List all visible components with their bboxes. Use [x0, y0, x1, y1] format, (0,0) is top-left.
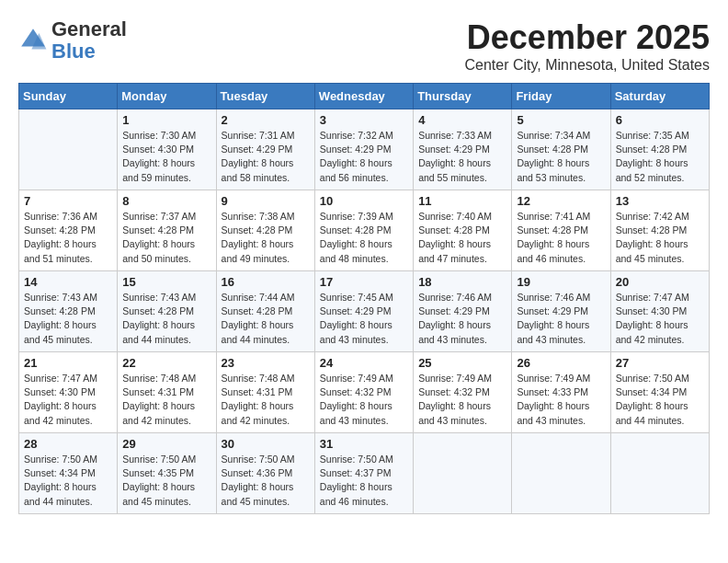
- day-info: Sunrise: 7:45 AMSunset: 4:29 PMDaylight:…: [320, 291, 408, 347]
- day-cell-30: 30Sunrise: 7:50 AMSunset: 4:36 PMDayligh…: [216, 433, 314, 514]
- day-cell-12: 12Sunrise: 7:41 AMSunset: 4:28 PMDayligh…: [512, 190, 610, 271]
- day-number: 7: [24, 194, 112, 208]
- day-cell-5: 5Sunrise: 7:34 AMSunset: 4:28 PMDaylight…: [512, 109, 610, 190]
- day-cell-2: 2Sunrise: 7:31 AMSunset: 4:29 PMDaylight…: [216, 109, 314, 190]
- empty-cell: [610, 433, 709, 514]
- weekday-header-monday: Monday: [118, 84, 216, 109]
- day-number: 25: [418, 356, 506, 370]
- day-cell-22: 22Sunrise: 7:48 AMSunset: 4:31 PMDayligh…: [118, 352, 216, 433]
- weekday-header-wednesday: Wednesday: [314, 84, 413, 109]
- day-number: 22: [122, 356, 210, 370]
- day-number: 13: [616, 194, 704, 208]
- day-number: 30: [222, 437, 310, 451]
- day-number: 11: [418, 194, 506, 208]
- day-info: Sunrise: 7:50 AMSunset: 4:34 PMDaylight:…: [616, 372, 704, 428]
- day-info: Sunrise: 7:47 AMSunset: 4:30 PMDaylight:…: [616, 291, 704, 347]
- calendar-table: SundayMondayTuesdayWednesdayThursdayFrid…: [18, 83, 710, 514]
- day-info: Sunrise: 7:42 AMSunset: 4:28 PMDaylight:…: [616, 210, 704, 266]
- day-cell-31: 31Sunrise: 7:50 AMSunset: 4:37 PMDayligh…: [314, 433, 413, 514]
- week-row-3: 14Sunrise: 7:43 AMSunset: 4:28 PMDayligh…: [19, 271, 710, 352]
- day-info: Sunrise: 7:44 AMSunset: 4:28 PMDaylight:…: [222, 291, 310, 347]
- week-row-2: 7Sunrise: 7:36 AMSunset: 4:28 PMDaylight…: [19, 190, 710, 271]
- day-number: 14: [24, 275, 112, 289]
- day-info: Sunrise: 7:35 AMSunset: 4:28 PMDaylight:…: [616, 129, 704, 185]
- day-number: 21: [24, 356, 112, 370]
- day-cell-14: 14Sunrise: 7:43 AMSunset: 4:28 PMDayligh…: [19, 271, 118, 352]
- day-info: Sunrise: 7:50 AMSunset: 4:35 PMDaylight:…: [122, 453, 210, 509]
- day-number: 18: [418, 275, 506, 289]
- day-cell-28: 28Sunrise: 7:50 AMSunset: 4:34 PMDayligh…: [19, 433, 118, 514]
- day-number: 8: [122, 194, 210, 208]
- day-info: Sunrise: 7:30 AMSunset: 4:30 PMDaylight:…: [122, 129, 210, 185]
- day-info: Sunrise: 7:48 AMSunset: 4:31 PMDaylight:…: [122, 372, 210, 428]
- day-info: Sunrise: 7:50 AMSunset: 4:36 PMDaylight:…: [222, 453, 310, 509]
- day-number: 4: [418, 113, 506, 127]
- day-cell-3: 3Sunrise: 7:32 AMSunset: 4:29 PMDaylight…: [314, 109, 413, 190]
- week-row-4: 21Sunrise: 7:47 AMSunset: 4:30 PMDayligh…: [19, 352, 710, 433]
- day-cell-17: 17Sunrise: 7:45 AMSunset: 4:29 PMDayligh…: [314, 271, 413, 352]
- day-info: Sunrise: 7:48 AMSunset: 4:31 PMDaylight:…: [222, 372, 310, 428]
- day-number: 2: [222, 113, 310, 127]
- day-number: 26: [517, 356, 605, 370]
- day-number: 6: [616, 113, 704, 127]
- day-cell-11: 11Sunrise: 7:40 AMSunset: 4:28 PMDayligh…: [414, 190, 512, 271]
- day-cell-23: 23Sunrise: 7:48 AMSunset: 4:31 PMDayligh…: [216, 352, 314, 433]
- day-info: Sunrise: 7:50 AMSunset: 4:37 PMDaylight:…: [320, 453, 408, 509]
- logo-icon: [18, 26, 48, 55]
- day-cell-15: 15Sunrise: 7:43 AMSunset: 4:28 PMDayligh…: [118, 271, 216, 352]
- day-number: 3: [320, 113, 408, 127]
- title-block: December 2025 Center City, Minnesota, Un…: [465, 18, 711, 74]
- day-cell-25: 25Sunrise: 7:49 AMSunset: 4:32 PMDayligh…: [414, 352, 512, 433]
- day-cell-20: 20Sunrise: 7:47 AMSunset: 4:30 PMDayligh…: [610, 271, 709, 352]
- day-cell-13: 13Sunrise: 7:42 AMSunset: 4:28 PMDayligh…: [610, 190, 709, 271]
- day-info: Sunrise: 7:49 AMSunset: 4:32 PMDaylight:…: [320, 372, 408, 428]
- day-info: Sunrise: 7:39 AMSunset: 4:28 PMDaylight:…: [320, 210, 408, 266]
- day-info: Sunrise: 7:47 AMSunset: 4:30 PMDaylight:…: [24, 372, 112, 428]
- day-number: 1: [122, 113, 210, 127]
- empty-cell: [19, 109, 118, 190]
- week-row-1: 1Sunrise: 7:30 AMSunset: 4:30 PMDaylight…: [19, 109, 710, 190]
- day-number: 20: [616, 275, 704, 289]
- day-cell-8: 8Sunrise: 7:37 AMSunset: 4:28 PMDaylight…: [118, 190, 216, 271]
- day-number: 12: [517, 194, 605, 208]
- day-cell-16: 16Sunrise: 7:44 AMSunset: 4:28 PMDayligh…: [216, 271, 314, 352]
- day-number: 31: [320, 437, 408, 451]
- logo: General Blue: [18, 18, 127, 63]
- day-info: Sunrise: 7:40 AMSunset: 4:28 PMDaylight:…: [418, 210, 506, 266]
- empty-cell: [414, 433, 512, 514]
- day-number: 28: [24, 437, 112, 451]
- weekday-header-sunday: Sunday: [19, 84, 118, 109]
- day-cell-1: 1Sunrise: 7:30 AMSunset: 4:30 PMDaylight…: [118, 109, 216, 190]
- day-number: 24: [320, 356, 408, 370]
- day-info: Sunrise: 7:41 AMSunset: 4:28 PMDaylight:…: [517, 210, 605, 266]
- day-cell-26: 26Sunrise: 7:49 AMSunset: 4:33 PMDayligh…: [512, 352, 610, 433]
- day-info: Sunrise: 7:49 AMSunset: 4:33 PMDaylight:…: [517, 372, 605, 428]
- day-number: 29: [122, 437, 210, 451]
- day-info: Sunrise: 7:32 AMSunset: 4:29 PMDaylight:…: [320, 129, 408, 185]
- day-info: Sunrise: 7:33 AMSunset: 4:29 PMDaylight:…: [418, 129, 506, 185]
- day-info: Sunrise: 7:31 AMSunset: 4:29 PMDaylight:…: [222, 129, 310, 185]
- day-info: Sunrise: 7:49 AMSunset: 4:32 PMDaylight:…: [418, 372, 506, 428]
- day-info: Sunrise: 7:38 AMSunset: 4:28 PMDaylight:…: [222, 210, 310, 266]
- day-number: 10: [320, 194, 408, 208]
- day-cell-19: 19Sunrise: 7:46 AMSunset: 4:29 PMDayligh…: [512, 271, 610, 352]
- day-info: Sunrise: 7:46 AMSunset: 4:29 PMDaylight:…: [418, 291, 506, 347]
- day-cell-24: 24Sunrise: 7:49 AMSunset: 4:32 PMDayligh…: [314, 352, 413, 433]
- month-title: December 2025: [465, 18, 711, 57]
- day-cell-7: 7Sunrise: 7:36 AMSunset: 4:28 PMDaylight…: [19, 190, 118, 271]
- day-info: Sunrise: 7:37 AMSunset: 4:28 PMDaylight:…: [122, 210, 210, 266]
- day-info: Sunrise: 7:46 AMSunset: 4:29 PMDaylight:…: [517, 291, 605, 347]
- page-header: General Blue December 2025 Center City, …: [18, 18, 710, 74]
- day-info: Sunrise: 7:34 AMSunset: 4:28 PMDaylight:…: [517, 129, 605, 185]
- day-cell-18: 18Sunrise: 7:46 AMSunset: 4:29 PMDayligh…: [414, 271, 512, 352]
- day-cell-27: 27Sunrise: 7:50 AMSunset: 4:34 PMDayligh…: [610, 352, 709, 433]
- weekday-header-thursday: Thursday: [414, 84, 512, 109]
- week-row-5: 28Sunrise: 7:50 AMSunset: 4:34 PMDayligh…: [19, 433, 710, 514]
- logo-general-text: General: [51, 17, 127, 40]
- day-cell-9: 9Sunrise: 7:38 AMSunset: 4:28 PMDaylight…: [216, 190, 314, 271]
- weekday-header-row: SundayMondayTuesdayWednesdayThursdayFrid…: [19, 84, 710, 109]
- day-number: 23: [222, 356, 310, 370]
- weekday-header-saturday: Saturday: [610, 84, 709, 109]
- day-info: Sunrise: 7:36 AMSunset: 4:28 PMDaylight:…: [24, 210, 112, 266]
- weekday-header-tuesday: Tuesday: [216, 84, 314, 109]
